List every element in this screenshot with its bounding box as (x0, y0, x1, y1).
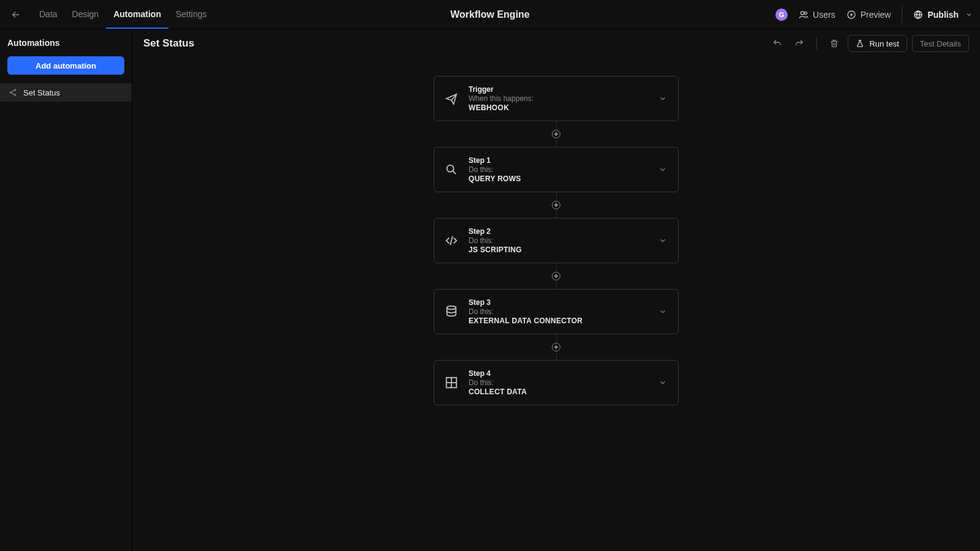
svg-point-8 (447, 306, 456, 310)
trash-icon (829, 39, 839, 48)
svg-point-1 (804, 12, 807, 14)
add-step-button[interactable] (552, 201, 560, 209)
connector-3 (552, 334, 560, 360)
chevron-down-icon (658, 378, 667, 387)
connector-line (556, 263, 557, 271)
connector-2 (552, 263, 560, 289)
step-label: Step 3 (469, 298, 647, 307)
preview-button[interactable]: Preview (846, 10, 891, 20)
step-1-expand[interactable] (657, 164, 668, 175)
redo-button[interactable] (791, 35, 808, 52)
step-label: Step 2 (469, 227, 647, 236)
users-button[interactable]: Users (799, 10, 835, 20)
connector-line (556, 211, 557, 218)
preview-label: Preview (861, 10, 891, 20)
top-bar: Data Design Automation Settings Workflow… (0, 0, 980, 29)
avatar[interactable]: G (775, 9, 788, 21)
trigger-sub: When this happens: (469, 94, 647, 103)
step-label: Step 1 (469, 156, 647, 165)
connector-line (556, 334, 557, 342)
svg-point-6 (14, 94, 15, 96)
step-4-card[interactable]: Step 4 Do this: Collect Data (434, 360, 679, 405)
step-sub: Do this: (469, 236, 647, 245)
connector-line (556, 140, 557, 147)
step-action: Query rows (469, 174, 647, 183)
step-1-text: Step 1 Do this: Query rows (469, 156, 647, 183)
connector-line (556, 282, 557, 289)
step-3-card[interactable]: Step 3 Do this: External Data Connector (434, 289, 679, 334)
tab-automation[interactable]: Automation (106, 0, 168, 29)
step-2-text: Step 2 Do this: JS Scripting (469, 227, 647, 254)
tab-settings[interactable]: Settings (168, 0, 214, 29)
svg-point-7 (447, 165, 454, 172)
top-right: G Users Preview Publish (775, 6, 973, 23)
trigger-text: Trigger When this happens: Webhook (469, 85, 647, 112)
step-2-card[interactable]: Step 2 Do this: JS Scripting (434, 218, 679, 263)
trigger-action: Webhook (469, 103, 647, 112)
toolbar-right: Run test Test Details (769, 35, 969, 52)
delete-button[interactable] (826, 35, 843, 52)
step-sub: Do this: (469, 378, 647, 387)
step-sub: Do this: (469, 307, 647, 316)
step-1-card[interactable]: Step 1 Do this: Query rows (434, 147, 679, 192)
code-icon (444, 233, 459, 248)
app-body: Automations Add automation Set Status Se… (0, 29, 980, 551)
main: Set Status Run test Test Details (132, 29, 980, 551)
undo-button[interactable] (769, 35, 786, 52)
test-details-button[interactable]: Test Details (912, 35, 969, 52)
connector-1 (552, 192, 560, 218)
paper-plane-icon (444, 91, 459, 106)
redo-icon (794, 39, 804, 48)
chevron-down-icon (658, 236, 667, 245)
step-4-expand[interactable] (657, 377, 668, 388)
step-3-expand[interactable] (657, 306, 668, 317)
chevron-down-icon (658, 94, 667, 103)
svg-point-0 (801, 11, 804, 14)
database-icon (444, 304, 459, 319)
undo-icon (772, 39, 782, 48)
publish-label: Publish (927, 10, 959, 20)
step-4-text: Step 4 Do this: Collect Data (469, 369, 647, 396)
connector-line (556, 121, 557, 129)
sidebar-item-set-status[interactable]: Set Status (0, 83, 132, 102)
add-step-button[interactable] (552, 272, 560, 280)
users-label: Users (813, 10, 835, 20)
sidebar-title: Automations (0, 29, 132, 54)
toolbar-separator (816, 37, 817, 50)
run-test-button[interactable]: Run test (848, 35, 907, 52)
toolbar: Set Status Run test Test Details (132, 29, 980, 58)
tab-data[interactable]: Data (32, 0, 65, 29)
trigger-expand[interactable] (657, 93, 668, 104)
run-test-label: Run test (869, 39, 899, 48)
step-2-expand[interactable] (657, 235, 668, 246)
test-details-label: Test Details (920, 39, 961, 48)
step-sub: Do this: (469, 165, 647, 174)
sidebar-item-label: Set Status (23, 88, 60, 97)
connector-0 (552, 121, 560, 147)
app-title: Workflow Engine (450, 9, 529, 20)
grid-icon (444, 375, 459, 390)
step-3-text: Step 3 Do this: External Data Connector (469, 298, 647, 325)
connector-line (556, 192, 557, 200)
add-step-button[interactable] (552, 343, 560, 351)
add-automation-button[interactable]: Add automation (7, 56, 124, 75)
trigger-card[interactable]: Trigger When this happens: Webhook (434, 76, 679, 121)
chevron-down-icon (658, 165, 667, 174)
step-action: JS Scripting (469, 246, 647, 254)
page-title: Set Status (143, 37, 194, 50)
step-label: Step 4 (469, 369, 647, 378)
svg-point-5 (10, 92, 11, 93)
add-step-button[interactable] (552, 130, 560, 138)
step-action: Collect Data (469, 388, 647, 396)
svg-point-4 (14, 89, 15, 91)
top-separator (902, 6, 902, 23)
step-action: External Data Connector (469, 317, 647, 325)
flask-icon (856, 39, 864, 48)
flow-canvas: Trigger When this happens: Webhook (132, 58, 980, 551)
back-button[interactable] (7, 6, 24, 23)
publish-button[interactable]: Publish (913, 10, 973, 20)
tab-design[interactable]: Design (65, 0, 107, 29)
chevron-down-icon (965, 11, 973, 18)
connector-line (556, 353, 557, 360)
sidebar: Automations Add automation Set Status (0, 29, 132, 551)
